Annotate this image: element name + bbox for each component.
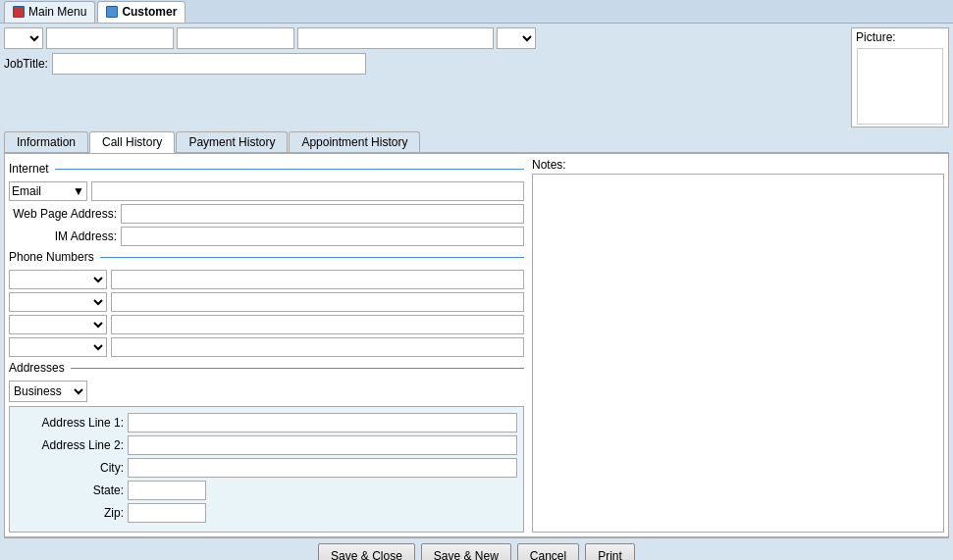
- jobtitle-input[interactable]: [52, 53, 366, 75]
- phone-number-4[interactable]: [111, 337, 524, 357]
- salutation-select[interactable]: Mr. Mrs. Ms. Dr.: [4, 27, 43, 49]
- zip-label: Zip:: [16, 506, 124, 520]
- picture-box: Picture:: [851, 27, 949, 127]
- phone-type-1[interactable]: [9, 270, 107, 289]
- form-side: Internet Email ▼ Web Page Address: IM Ad…: [9, 158, 532, 533]
- tab-information[interactable]: Information: [4, 131, 88, 152]
- webpage-row: Web Page Address:: [9, 204, 524, 224]
- city-row: City:: [16, 458, 517, 478]
- customer-label: Customer: [122, 5, 177, 19]
- phone-type-3[interactable]: [9, 315, 107, 334]
- top-area: Mr. Mrs. Ms. Dr. Jr. Sr. II JobTitle:: [4, 27, 949, 127]
- jobtitle-label: JobTitle:: [4, 57, 48, 71]
- internet-label: Internet: [9, 162, 49, 176]
- main-menu-label: Main Menu: [28, 5, 86, 19]
- middle-name-input[interactable]: [177, 27, 294, 49]
- main-content: Mr. Mrs. Ms. Dr. Jr. Sr. II JobTitle:: [0, 24, 953, 560]
- city-input[interactable]: [128, 458, 517, 478]
- notes-side: Notes:: [532, 158, 944, 533]
- main-menu-icon: [13, 6, 25, 18]
- webpage-input[interactable]: [121, 204, 524, 224]
- panel-area: Internet Email ▼ Web Page Address: IM Ad…: [4, 153, 949, 537]
- save-close-button[interactable]: Save & Close: [318, 543, 415, 561]
- address-line1-input[interactable]: [128, 413, 517, 433]
- phone-type-4[interactable]: [9, 337, 107, 357]
- email-input[interactable]: [91, 181, 524, 201]
- last-name-input[interactable]: [297, 27, 494, 49]
- phone-row-2: [9, 292, 524, 312]
- phone-number-2[interactable]: [111, 292, 524, 312]
- first-name-input[interactable]: [46, 27, 174, 49]
- address-line2-input[interactable]: [128, 435, 517, 455]
- top-fields: Mr. Mrs. Ms. Dr. Jr. Sr. II JobTitle:: [4, 27, 841, 75]
- webpage-label: Web Page Address:: [9, 207, 117, 221]
- customer-tab[interactable]: Customer: [97, 1, 185, 23]
- bottom-bar: Save & Close Save & New Cancel Print: [4, 537, 949, 560]
- address-line2-label: Address Line 2:: [16, 438, 124, 452]
- addresses-label: Addresses: [9, 361, 65, 375]
- email-dropdown-arrow[interactable]: ▼: [73, 184, 84, 198]
- im-row: IM Address:: [9, 227, 524, 246]
- address-line2-row: Address Line 2:: [16, 435, 517, 455]
- name-row: Mr. Mrs. Ms. Dr. Jr. Sr. II: [4, 27, 841, 49]
- internet-section-header: Internet: [9, 162, 524, 176]
- phone-label: Phone Numbers: [9, 250, 94, 264]
- phone-number-1[interactable]: [111, 270, 524, 289]
- city-label: City:: [16, 461, 124, 475]
- suffix-select[interactable]: Jr. Sr. II: [497, 27, 536, 49]
- customer-icon: [106, 6, 118, 18]
- print-button[interactable]: Print: [585, 543, 635, 561]
- email-type-label: Email: [12, 184, 41, 198]
- phone-section-header: Phone Numbers: [9, 250, 524, 264]
- email-row: Email ▼: [9, 181, 524, 201]
- im-input[interactable]: [121, 227, 524, 246]
- phone-row-3: [9, 315, 524, 334]
- phone-type-2[interactable]: [9, 292, 107, 312]
- cancel-button[interactable]: Cancel: [517, 543, 579, 561]
- picture-label: Picture:: [852, 28, 900, 46]
- tab-call-history[interactable]: Call History: [89, 131, 175, 153]
- email-type-select[interactable]: Email ▼: [9, 181, 87, 201]
- addresses-section-header: Addresses: [9, 361, 524, 375]
- phone-row-1: [9, 270, 524, 289]
- tab-payment-history[interactable]: Payment History: [176, 131, 288, 152]
- phone-number-3[interactable]: [111, 315, 524, 334]
- jobtitle-row: JobTitle:: [4, 53, 841, 75]
- picture-area[interactable]: [857, 48, 943, 125]
- zip-row: Zip:: [16, 503, 517, 523]
- notes-label: Notes:: [532, 158, 944, 172]
- address-line1-label: Address Line 1:: [16, 416, 124, 430]
- address-line1-row: Address Line 1:: [16, 413, 517, 433]
- title-bar: Main Menu Customer: [0, 0, 953, 24]
- main-menu-tab[interactable]: Main Menu: [4, 1, 95, 23]
- state-row: State:: [16, 481, 517, 500]
- save-new-button[interactable]: Save & New: [421, 543, 511, 561]
- tab-appointment-history[interactable]: Appointment History: [289, 131, 420, 152]
- phone-row-4: [9, 337, 524, 357]
- address-box: Address Line 1: Address Line 2: City: St…: [9, 406, 524, 533]
- state-label: State:: [16, 484, 124, 497]
- state-input[interactable]: [128, 481, 206, 500]
- zip-input[interactable]: [128, 503, 206, 523]
- content-tabs: Information Call History Payment History…: [4, 131, 949, 153]
- notes-textarea[interactable]: [532, 174, 944, 533]
- im-label: IM Address:: [9, 229, 117, 243]
- address-type-select[interactable]: Business Home Other: [9, 381, 87, 402]
- addresses-area: Business Home Other Address Line 1: Addr…: [9, 381, 524, 533]
